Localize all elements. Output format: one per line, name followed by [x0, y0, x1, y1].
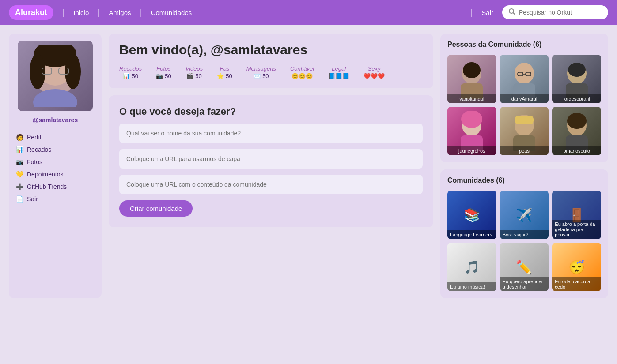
sidebar-item-perfil[interactable]: 🧑 Perfil	[16, 133, 95, 142]
depoimentos-icon: 💛	[16, 171, 23, 178]
fotos-icon: 📷	[16, 158, 23, 165]
stat-confiavel: Confiável 😊😊😊	[290, 65, 314, 79]
stat-label-videos: Videos	[185, 65, 203, 72]
stat-val-sexy: ❤️❤️❤️	[363, 73, 385, 79]
person-3-name: jorgesoprani	[552, 94, 601, 103]
main-layout: @samlatavares 🧑 Perfil 📊 Recados 📷 Fotos…	[0, 25, 617, 307]
legal-stat-icon: 📘📘📘	[328, 73, 349, 79]
stat-label-fas: Fãs	[220, 65, 230, 72]
search-input[interactable]	[519, 9, 602, 16]
perfil-icon: 🧑	[16, 134, 23, 141]
community-3-name: Eu abro a porta da geladeira pra pensar	[552, 220, 601, 239]
stat-val-legal: 📘📘📘	[328, 73, 349, 79]
sexy-stat-icon: ❤️❤️❤️	[363, 73, 385, 79]
people-title: Pessoas da Comunidade (6)	[447, 41, 601, 49]
create-community-button[interactable]: Criar comunidade	[119, 200, 193, 217]
profile-card: Bem vindo(a), @samlatavares Recados 📊 50…	[109, 34, 433, 88]
stat-val-recados: 📊 50	[123, 73, 138, 79]
person-4[interactable]: juunegreiros	[447, 107, 496, 155]
stat-label-legal: Legal	[332, 65, 346, 72]
community-1-name: Language Learners	[447, 230, 496, 239]
sidebar-item-fotos[interactable]: 📷 Fotos	[16, 158, 95, 166]
sidebar-item-label: Perfil	[27, 134, 41, 141]
stat-mensagens: Mensagens ✉️ 50	[246, 65, 276, 79]
nav-sep-1: |	[62, 8, 64, 18]
person-4-name: juunegreiros	[447, 146, 496, 155]
stat-label-confiavel: Confiável	[290, 65, 314, 72]
community-5-name: Eu quero aprender a desenhar	[500, 277, 549, 291]
community-3[interactable]: 🚪 Eu abro a porta da geladeira pra pensa…	[552, 191, 601, 239]
community-name-input[interactable]	[119, 124, 423, 143]
fotos-stat-icon: 📷	[156, 73, 163, 79]
svg-point-12	[463, 62, 481, 78]
people-card: Pessoas da Comunidade (6) yanpitangui	[440, 34, 608, 162]
community-content-input[interactable]	[119, 175, 423, 194]
sidebar-divider	[16, 128, 95, 128]
sidebar-item-sair[interactable]: 📄 Sair	[16, 195, 95, 203]
community-6-name: Eu odeio acordar cedo	[552, 277, 601, 291]
stat-val-confiavel: 😊😊😊	[291, 73, 313, 79]
sidebar-item-label: Recados	[27, 146, 51, 153]
person-1[interactable]: yanpitangui	[447, 55, 496, 103]
nav-sep-3: |	[140, 8, 142, 18]
stat-fas: Fãs ⭐ 50	[217, 65, 232, 79]
stat-videos: Videos 🎬 50	[185, 65, 203, 79]
communities-card: Comunidades (6) 📚 Language Learners ✈️ B…	[440, 169, 608, 298]
sidebar-item-label: Sair	[27, 195, 38, 203]
recados-stat-icon: 📊	[123, 73, 130, 79]
community-cover-input[interactable]	[119, 149, 423, 169]
svg-line-1	[513, 13, 515, 15]
sidebar-item-depoimentos[interactable]: 💛 Depoimentos	[16, 170, 95, 179]
svg-point-6	[65, 54, 81, 89]
search-bar	[502, 5, 608, 19]
community-4[interactable]: 🎵 Eu amo música!	[447, 243, 496, 291]
github-icon: ➕	[16, 183, 23, 190]
nav-amigos[interactable]: Amigos	[109, 9, 131, 16]
nav-comunidades[interactable]: Comunidades	[151, 9, 192, 16]
create-title: O que você deseja fazer?	[119, 106, 423, 117]
community-2[interactable]: ✈️ Bora viajar?	[500, 191, 549, 239]
nav-sep-4: |	[470, 8, 473, 18]
community-6[interactable]: 😴 Eu odeio acordar cedo	[552, 243, 601, 291]
mensagens-stat-icon: ✉️	[254, 73, 261, 79]
stat-label-mensagens: Mensagens	[246, 65, 276, 72]
person-6[interactable]: omariosouto	[552, 107, 601, 155]
community-5[interactable]: ✏️ Eu quero aprender a desenhar	[500, 243, 549, 291]
stat-val-fotos: 📷 50	[156, 73, 171, 79]
sidebar-item-github-trends[interactable]: ➕ GitHub Trends	[16, 182, 95, 191]
person-6-name: omariosouto	[552, 146, 601, 155]
stat-recados: Recados 📊 50	[119, 65, 142, 79]
create-community-card: O que você deseja fazer? Criar comunidad…	[109, 95, 433, 227]
nav-sair[interactable]: Sair	[481, 9, 493, 16]
community-1[interactable]: 📚 Language Learners	[447, 191, 496, 239]
stats-row: Recados 📊 50 Fotos 📷 50 Videos	[119, 65, 423, 79]
svg-point-5	[30, 54, 45, 89]
person-5[interactable]: peas	[500, 107, 549, 155]
sidebar-item-label: Depoimentos	[27, 171, 64, 178]
person-3[interactable]: jorgesoprani	[552, 55, 601, 103]
recados-icon: 📊	[16, 146, 23, 153]
svg-point-10	[33, 89, 77, 107]
videos-stat-icon: 🎬	[186, 73, 193, 79]
nav-inicio[interactable]: Inicio	[73, 9, 89, 16]
person-2[interactable]: danyAmaral	[500, 55, 549, 103]
communities-title: Comunidades (6)	[447, 176, 601, 184]
community-4-name: Eu amo música!	[447, 282, 496, 291]
person-5-name: peas	[500, 146, 549, 155]
avatar	[18, 41, 93, 111]
svg-point-29	[567, 113, 587, 129]
person-1-name: yanpitangui	[447, 94, 496, 103]
people-grid: yanpitangui danyAmaral	[447, 55, 601, 155]
center-content: Bem vindo(a), @samlatavares Recados 📊 50…	[109, 34, 433, 298]
sidebar: @samlatavares 🧑 Perfil 📊 Recados 📷 Fotos…	[9, 34, 102, 298]
right-sidebar: Pessoas da Comunidade (6) yanpitangui	[440, 34, 608, 298]
person-2-name: danyAmaral	[500, 94, 549, 103]
sidebar-item-recados[interactable]: 📊 Recados	[16, 145, 95, 154]
svg-point-20	[568, 63, 586, 77]
communities-grid: 📚 Language Learners ✈️ Bora viajar? 🚪 Eu…	[447, 191, 601, 291]
stat-label-sexy: Sexy	[368, 65, 381, 72]
stat-fotos: Fotos 📷 50	[156, 65, 171, 79]
navbar: Alurakut | Inicio | Amigos | Comunidades…	[0, 0, 617, 25]
logo[interactable]: Alurakut	[9, 5, 53, 20]
confiavel-stat-icon: 😊😊😊	[291, 73, 313, 79]
